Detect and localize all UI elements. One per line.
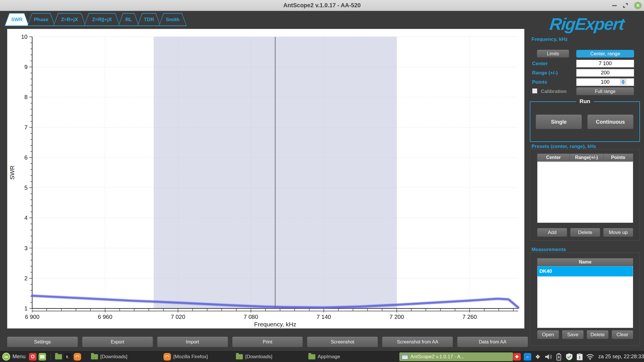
measurements-delete-button[interactable]: Delete xyxy=(587,330,609,339)
tab-rl[interactable]: RL xyxy=(118,13,139,26)
calibration-checkbox[interactable] xyxy=(532,88,537,94)
minimize-button-icon[interactable] xyxy=(612,5,617,6)
presets-add-button[interactable]: Add xyxy=(537,228,567,237)
tab-zrjx[interactable]: Z=R||+jX xyxy=(84,13,120,26)
data-from-aa-button[interactable]: Data from AA xyxy=(457,337,528,347)
window-icon xyxy=(402,354,408,359)
svg-text:6 960: 6 960 xyxy=(98,314,112,320)
menu-label: Menu xyxy=(12,354,26,360)
shield-check-icon[interactable] xyxy=(565,353,573,361)
taskbar-window--downloads-[interactable]: ↓[Downloads] xyxy=(234,352,303,361)
downloads-folder-icon: ↓ xyxy=(91,354,98,359)
swr-chart-panel[interactable]: 123456789106 9006 9607 0207 0807 1407 20… xyxy=(7,29,525,329)
firefox-icon: ◠ xyxy=(163,353,171,361)
svg-text:Frequency, kHz: Frequency, kHz xyxy=(254,321,296,328)
svg-text:2: 2 xyxy=(24,275,28,281)
tab-label: SWR xyxy=(11,17,23,23)
screenshot-button[interactable]: Screenshot xyxy=(307,337,378,347)
print-button[interactable]: Print xyxy=(232,337,303,347)
taskbar-window--mozilla-firefox-[interactable]: ◠[Mozilla Firefox] xyxy=(161,352,231,361)
presets-section-label: Presets (center, range), kHz xyxy=(532,144,596,149)
teamviewer-icon[interactable]: ⇔ xyxy=(523,353,531,361)
measurements-clear-button[interactable]: Clear xyxy=(612,330,634,339)
volume-icon[interactable] xyxy=(544,353,552,361)
teamviewer-icon: ⇔ xyxy=(524,353,531,361)
taskbar-clock[interactable]: za 25 sep, 22:28:33 xyxy=(598,354,644,360)
wifi-icon[interactable] xyxy=(586,353,594,361)
svg-text:SWR: SWR xyxy=(9,166,15,180)
dropbox-icon[interactable]: ❖ xyxy=(534,353,542,361)
files-icon[interactable] xyxy=(39,353,46,361)
tab-smith[interactable]: Smith xyxy=(159,13,187,26)
screenshot-from-aa-button[interactable]: Screenshot from AA xyxy=(382,337,453,347)
mint-menu-button[interactable]: lm Menu xyxy=(0,353,29,361)
measurements-save-button[interactable]: Save xyxy=(562,330,584,339)
tab-label: TDR xyxy=(144,17,154,23)
opera-icon[interactable]: O xyxy=(29,353,37,361)
tab-swr[interactable]: SWR xyxy=(5,13,29,26)
tab-phase[interactable]: Phase xyxy=(27,13,55,26)
range-label: Range (+/-) xyxy=(532,70,558,76)
battery-icon[interactable] xyxy=(555,353,563,361)
folder-icon[interactable] xyxy=(55,354,62,359)
center-input[interactable]: 7 100 xyxy=(576,60,634,67)
svg-text:1: 1 xyxy=(24,305,28,312)
svg-text:6 900: 6 900 xyxy=(25,314,39,320)
tab-tdr[interactable]: TDR xyxy=(137,13,161,26)
close-button-icon[interactable]: ✕ xyxy=(634,2,642,9)
measurements-table-header: Name xyxy=(537,258,633,266)
frequency-section-label: Frequency, kHz xyxy=(532,36,567,42)
spin-down-icon[interactable] xyxy=(621,82,625,84)
presets-col-range: Range(+/-) xyxy=(570,154,603,161)
taskbar-separator xyxy=(50,353,51,360)
points-label: Points xyxy=(532,79,547,85)
sidebar: RigExpert Frequency, kHz Limits Center, … xyxy=(528,11,644,351)
continuous-run-button[interactable]: Continuous xyxy=(587,115,634,129)
taskbar-window-label: AppImage xyxy=(318,354,340,360)
red-arrows-icon[interactable]: ❖ xyxy=(513,353,521,361)
taskbar-window-label: AntScope2 v.1.0.17 - A... xyxy=(410,354,465,360)
svg-text:7 140: 7 140 xyxy=(316,314,331,320)
presets-moveup-button[interactable]: Move up xyxy=(603,228,633,237)
single-run-button[interactable]: Single xyxy=(536,115,582,129)
measurements-table-body[interactable]: DK40 xyxy=(537,266,633,328)
clipboard-icon[interactable]: ! xyxy=(576,353,583,361)
tab-label: Z=R+jX xyxy=(61,17,78,23)
mint-menu-icon: lm xyxy=(2,353,10,361)
maximize-button-icon[interactable] xyxy=(623,3,628,8)
taskbar-window-label: [Downloads] xyxy=(100,354,128,360)
downloads-folder-icon: ↓ xyxy=(236,354,243,359)
export-button[interactable]: Export xyxy=(82,337,153,347)
terminal-icon[interactable]: $_ xyxy=(64,353,72,361)
taskbar-window--downloads-[interactable]: ↓[Downloads] xyxy=(89,352,158,361)
tab-zrjx[interactable]: Z=R+jX xyxy=(53,13,86,26)
taskbar-window-appimage[interactable]: AppImage xyxy=(306,352,376,361)
calibration-label: Calibration xyxy=(541,89,567,94)
points-spinner[interactable] xyxy=(620,78,627,85)
limits-button[interactable]: Limits xyxy=(537,50,569,58)
volume-icon xyxy=(545,354,552,360)
import-button[interactable]: Import xyxy=(157,337,228,347)
folder-icon xyxy=(308,354,315,359)
taskbar-window-antscope2-v-1-0-17-a-[interactable]: AntScope2 v.1.0.17 - A... xyxy=(399,352,513,361)
launcher-icons: O$_◠ xyxy=(29,353,81,361)
tab-label: RL xyxy=(125,17,132,23)
spin-up-icon[interactable] xyxy=(621,80,625,82)
taskbar: lm Menu O$_◠ ↓[Downloads]◠[Mozilla Firef… xyxy=(0,351,644,362)
full-range-button[interactable]: Full range xyxy=(576,87,634,95)
measurements-frame: Name DK40 Open Save Delete Clear xyxy=(530,253,640,346)
run-group: Run Single Continuous xyxy=(530,101,640,142)
bottom-toolbar: SettingsExportImportPrintScreenshotScree… xyxy=(7,337,528,347)
svg-text:9: 9 xyxy=(24,64,28,70)
measurements-section-label: Measurements xyxy=(532,247,566,253)
measurement-row-selected[interactable]: DK40 xyxy=(537,266,633,277)
svg-text:6: 6 xyxy=(24,154,28,161)
center-range-button[interactable]: Center, range xyxy=(576,50,634,58)
settings-button[interactable]: Settings xyxy=(7,337,78,347)
firefox-icon[interactable]: ◠ xyxy=(74,353,81,361)
range-input[interactable]: 200 xyxy=(576,69,634,77)
presets-table-body[interactable] xyxy=(537,162,633,223)
svg-text:7 200: 7 200 xyxy=(390,314,404,320)
measurements-open-button[interactable]: Open xyxy=(537,330,559,339)
presets-delete-button[interactable]: Delete xyxy=(570,228,600,237)
